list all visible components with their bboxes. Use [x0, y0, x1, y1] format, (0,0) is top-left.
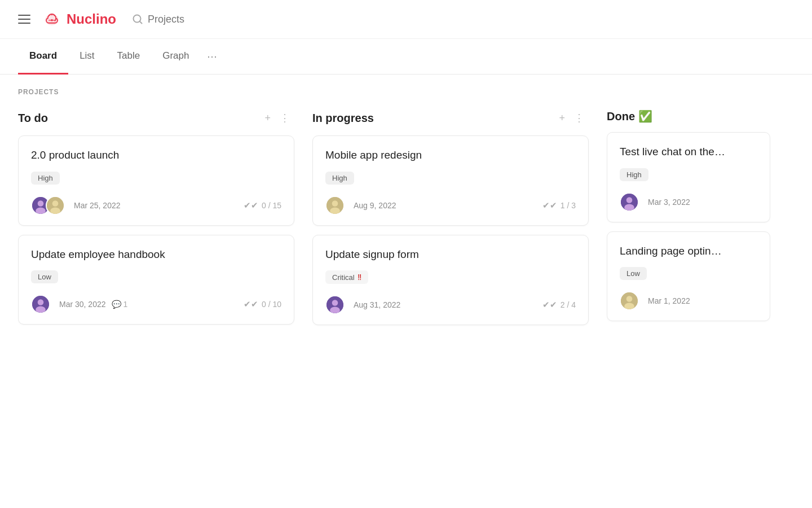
card-title: Update employee handbook — [31, 248, 281, 262]
svg-point-22 — [626, 296, 633, 303]
svg-point-10 — [38, 300, 44, 306]
svg-point-23 — [624, 303, 634, 310]
card-date: Mar 3, 2022 — [648, 198, 690, 207]
card-title: Update signup form — [325, 248, 576, 262]
card-signup-form[interactable]: Update signup form Critical ‼ Aug 31, 20… — [312, 235, 589, 326]
card-date: Mar 30, 2022 — [59, 300, 106, 309]
card-badge: High — [325, 172, 354, 185]
svg-point-20 — [624, 204, 634, 211]
column-title-todo: To do — [18, 112, 260, 125]
card-date: Aug 31, 2022 — [354, 300, 400, 309]
card-checks: ✔✔ 0 / 15 — [244, 200, 281, 211]
card-footer: Aug 9, 2022 ✔✔ 1 / 3 — [325, 196, 576, 215]
content-area: PROJECTS To do + ⋮ 2.0 product launch Hi… — [0, 75, 812, 348]
card-title: Mobile app redesign — [325, 148, 576, 163]
header: Nuclino — [0, 0, 812, 39]
svg-point-7 — [52, 200, 59, 207]
comment-icon: 💬 — [112, 300, 121, 309]
search-bar[interactable] — [132, 14, 261, 25]
card-date: Mar 1, 2022 — [648, 296, 690, 305]
card-checks: ✔✔ 0 / 10 — [244, 299, 281, 309]
card-footer: Mar 1, 2022 — [620, 291, 757, 310]
critical-icon: ‼ — [358, 273, 361, 282]
tabs-bar: Board List Table Graph ⋯ — [0, 39, 812, 75]
card-title: 2.0 product launch — [31, 148, 281, 163]
column-header-done: Done ✅ — [607, 110, 770, 123]
svg-point-4 — [38, 200, 44, 207]
hamburger-menu[interactable] — [18, 15, 30, 24]
tab-graph[interactable]: Graph — [151, 39, 200, 75]
column-header-todo: To do + ⋮ — [18, 110, 294, 126]
card-title: Landing page optin… — [620, 244, 757, 259]
card-mobile-redesign[interactable]: Mobile app redesign High Aug 9, 2022 ✔✔ … — [312, 135, 589, 226]
brain-icon — [42, 9, 62, 29]
tab-board[interactable]: Board — [18, 39, 68, 75]
column-todo: To do + ⋮ 2.0 product launch High — [18, 110, 294, 334]
avatars — [31, 196, 60, 215]
comment-count: 1 — [123, 300, 128, 309]
avatar — [46, 196, 65, 215]
tab-more-button[interactable]: ⋯ — [200, 39, 224, 74]
card-badge: Critical ‼ — [325, 270, 368, 284]
card-test-live-chat[interactable]: Test live chat on the… High Mar 3, 2022 — [607, 132, 770, 222]
svg-point-5 — [36, 207, 46, 214]
logo[interactable]: Nuclino — [42, 9, 116, 29]
svg-point-17 — [330, 307, 340, 314]
done-emoji: ✅ — [638, 110, 652, 122]
card-checks: ✔✔ 1 / 3 — [542, 200, 576, 211]
avatar — [325, 196, 345, 215]
avatars — [620, 192, 634, 212]
svg-point-11 — [36, 306, 46, 313]
column-add-inprogress[interactable]: + — [554, 110, 570, 126]
search-icon — [132, 14, 143, 25]
tab-list[interactable]: List — [68, 39, 105, 75]
check-count: 2 / 4 — [561, 300, 576, 309]
avatars — [325, 196, 340, 215]
logo-text: Nuclino — [67, 11, 116, 27]
card-footer: Mar 25, 2022 ✔✔ 0 / 15 — [31, 196, 281, 215]
card-checks: ✔✔ 2 / 4 — [542, 300, 576, 310]
avatars — [31, 295, 46, 314]
card-footer: Aug 31, 2022 ✔✔ 2 / 4 — [325, 295, 576, 314]
board: To do + ⋮ 2.0 product launch High — [18, 110, 794, 334]
card-footer: Mar 3, 2022 — [620, 192, 757, 212]
svg-point-16 — [332, 300, 338, 306]
svg-point-13 — [332, 200, 338, 207]
card-badge: High — [620, 168, 648, 181]
card-badge: Low — [31, 270, 58, 283]
check-icon: ✔✔ — [244, 299, 258, 309]
check-count: 1 / 3 — [561, 201, 576, 210]
avatar — [31, 295, 50, 314]
avatar — [620, 192, 639, 212]
card-badge: High — [31, 172, 60, 185]
check-icon: ✔✔ — [542, 200, 557, 211]
avatars — [325, 295, 340, 314]
column-menu-todo[interactable]: ⋮ — [275, 110, 294, 126]
svg-point-19 — [626, 197, 633, 203]
column-add-todo[interactable]: + — [260, 110, 275, 126]
avatars — [620, 291, 634, 310]
check-icon: ✔✔ — [244, 200, 258, 211]
card-footer: Mar 30, 2022 💬 1 ✔✔ 0 / 10 — [31, 295, 281, 314]
column-done: Done ✅ Test live chat on the… High Mar 3… — [607, 110, 770, 334]
column-title-inprogress: In progress — [312, 112, 554, 125]
card-product-launch[interactable]: 2.0 product launch High Mar 25, 2022 ✔✔ — [18, 135, 294, 226]
column-menu-inprogress[interactable]: ⋮ — [570, 110, 589, 126]
card-badge: Low — [620, 267, 647, 280]
card-date: Mar 25, 2022 — [74, 201, 121, 210]
column-inprogress: In progress + ⋮ Mobile app redesign High… — [312, 110, 589, 334]
check-icon: ✔✔ — [542, 300, 557, 310]
card-date: Aug 9, 2022 — [354, 201, 396, 210]
search-input[interactable] — [148, 14, 261, 25]
card-title: Test live chat on the… — [620, 145, 757, 159]
card-landing-page[interactable]: Landing page optin… Low Mar 1, 2022 — [607, 231, 770, 322]
svg-point-14 — [330, 207, 340, 214]
avatar — [620, 291, 639, 310]
card-employee-handbook[interactable]: Update employee handbook Low Mar 30, 202… — [18, 235, 294, 325]
column-title-done: Done ✅ — [607, 110, 770, 123]
card-comment: 💬 1 — [112, 300, 128, 309]
tab-table[interactable]: Table — [106, 39, 152, 75]
column-header-inprogress: In progress + ⋮ — [312, 110, 589, 126]
avatar — [325, 295, 345, 314]
check-count: 0 / 15 — [262, 201, 281, 210]
